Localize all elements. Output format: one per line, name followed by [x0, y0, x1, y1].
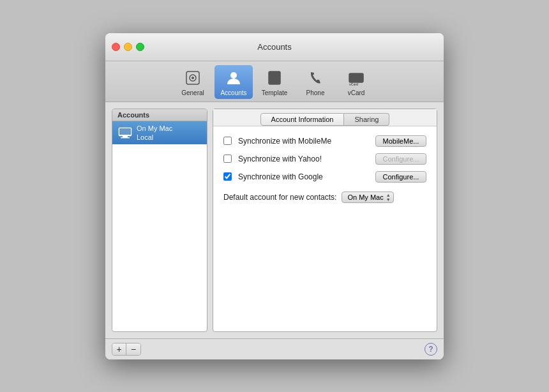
toolbar: General Accounts Template [105, 61, 444, 102]
accounts-icon [223, 68, 244, 88]
sync-row-mobileme: Synchronize with MobileMe MobileMe... [223, 135, 426, 147]
default-account-row: Default account for new contacts: On My … [223, 192, 426, 203]
window-title: Accounts [257, 42, 291, 52]
toolbar-phone-label: Phone [306, 89, 325, 96]
svg-rect-14 [119, 128, 131, 135]
svg-rect-8 [349, 73, 363, 82]
yahoo-configure-button[interactable]: Configure... [375, 153, 426, 165]
window-buttons [112, 43, 144, 51]
svg-rect-15 [123, 136, 128, 137]
svg-point-3 [230, 72, 237, 79]
sync-row-google: Synchronize with Google Configure... [223, 171, 426, 183]
remove-account-button[interactable]: − [126, 343, 140, 355]
main-panel: Account Information Sharing Synchronize … [213, 109, 437, 332]
tab-account-information[interactable]: Account Information [260, 113, 345, 126]
maximize-button[interactable] [136, 43, 144, 51]
toolbar-item-phone[interactable]: Phone [296, 65, 335, 99]
titlebar: Accounts [105, 33, 444, 61]
tab-bar: Account Information Sharing [213, 109, 437, 126]
toolbar-item-vcard[interactable]: vCard vCard [337, 65, 375, 99]
toolbar-template-label: Template [262, 89, 288, 96]
sync-yahoo-checkbox[interactable] [223, 155, 232, 163]
sync-yahoo-label: Synchronize with Yahoo! [238, 155, 369, 163]
add-account-button[interactable]: + [112, 343, 126, 355]
toolbar-vcard-label: vCard [348, 89, 365, 96]
sync-mobileme-label: Synchronize with MobileMe [238, 137, 369, 146]
add-remove-group: + − [112, 343, 141, 356]
general-icon [183, 68, 203, 88]
vcard-icon: vCard [346, 68, 366, 88]
help-button[interactable]: ? [425, 343, 437, 356]
sidebar: Accounts On My MacLocal [112, 109, 207, 332]
phone-icon [305, 68, 326, 88]
minimize-button[interactable] [124, 43, 132, 51]
content-area: Accounts On My MacLocal [105, 102, 444, 338]
sidebar-item-label: On My MacLocal [137, 124, 172, 142]
tab-sharing[interactable]: Sharing [344, 113, 389, 126]
default-account-label: Default account for new contacts: [223, 193, 336, 202]
mobileme-button[interactable]: MobileMe... [375, 135, 426, 147]
toolbar-item-template[interactable]: Template [255, 65, 294, 99]
panel-content: Synchronize with MobileMe MobileMe... Sy… [213, 126, 437, 331]
svg-text:vCard: vCard [349, 82, 358, 86]
svg-rect-16 [121, 137, 130, 139]
svg-point-2 [192, 77, 194, 79]
google-configure-button[interactable]: Configure... [375, 171, 426, 183]
template-icon [264, 68, 285, 88]
sync-google-checkbox[interactable] [223, 172, 232, 181]
toolbar-item-accounts[interactable]: Accounts [214, 65, 253, 99]
svg-point-9 [352, 75, 356, 79]
select-arrows-icon: ▲ ▼ [386, 193, 391, 202]
default-account-select[interactable]: On My Mac ▲ ▼ [342, 192, 393, 203]
bottom-bar: + − ? [105, 338, 444, 359]
toolbar-item-general[interactable]: General [174, 65, 212, 99]
toolbar-general-label: General [181, 89, 204, 96]
sidebar-list: On My MacLocal [112, 121, 207, 331]
toolbar-accounts-label: Accounts [220, 89, 246, 96]
sync-google-label: Synchronize with Google [238, 172, 369, 181]
mac-computer-icon [117, 127, 133, 139]
main-window: Accounts General Accounts [105, 33, 444, 359]
close-button[interactable] [112, 43, 120, 51]
default-account-value: On My Mac [347, 193, 383, 201]
sidebar-header: Accounts [112, 109, 207, 121]
sidebar-item-on-my-mac[interactable]: On My MacLocal [112, 121, 207, 145]
sync-row-yahoo: Synchronize with Yahoo! Configure... [223, 153, 426, 165]
sync-mobileme-checkbox[interactable] [223, 137, 232, 145]
